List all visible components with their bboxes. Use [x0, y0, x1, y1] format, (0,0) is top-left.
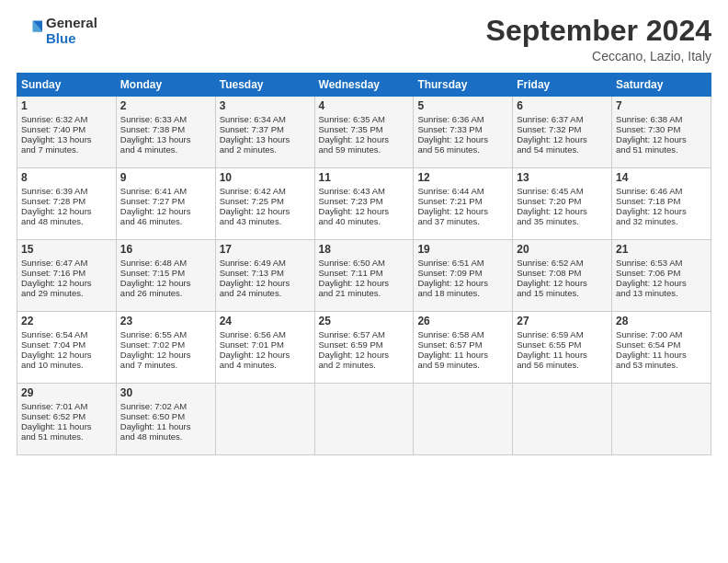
- cell-day: 10Sunrise: 6:42 AMSunset: 7:25 PMDayligh…: [215, 168, 314, 240]
- cell-line: Sunrise: 7:00 AM: [616, 329, 707, 339]
- cell-line: Sunrise: 7:02 AM: [120, 401, 211, 411]
- cell-line: Daylight: 12 hours: [417, 206, 508, 216]
- col-wednesday: Wednesday: [314, 74, 414, 97]
- cell-line: Sunset: 7:01 PM: [220, 339, 311, 350]
- cell-line: and 4 minutes.: [120, 144, 211, 155]
- cell-line: Sunrise: 6:53 AM: [616, 258, 707, 268]
- cell-line: Sunset: 7:18 PM: [616, 196, 707, 206]
- cell-line: Sunrise: 6:48 AM: [120, 258, 211, 268]
- cell-day: 11Sunrise: 6:43 AMSunset: 7:23 PMDayligh…: [314, 168, 414, 240]
- cell-line: and 40 minutes.: [319, 216, 410, 226]
- cell-line: and 4 minutes.: [220, 360, 311, 370]
- cell-day: 23Sunrise: 6:55 AMSunset: 7:02 PMDayligh…: [116, 312, 215, 384]
- cell-day: 9Sunrise: 6:41 AMSunset: 7:27 PMDaylight…: [116, 168, 215, 240]
- cell-line: Sunrise: 6:37 AM: [517, 114, 608, 124]
- cell-line: Daylight: 11 hours: [21, 421, 112, 431]
- cell-line: Daylight: 12 hours: [517, 134, 608, 144]
- cell-line: and 35 minutes.: [517, 216, 608, 226]
- day-number: 3: [220, 99, 311, 112]
- day-number: 23: [120, 315, 211, 327]
- day-number: 11: [319, 171, 410, 184]
- day-number: 12: [417, 171, 508, 184]
- cell-line: Sunset: 7:06 PM: [616, 268, 707, 278]
- cell-line: Sunrise: 7:01 AM: [21, 401, 112, 411]
- cell-day: 26Sunrise: 6:58 AMSunset: 6:57 PMDayligh…: [414, 312, 513, 384]
- day-number: 1: [21, 99, 112, 112]
- cell-line: Daylight: 12 hours: [21, 206, 112, 216]
- cell-day: 19Sunrise: 6:51 AMSunset: 7:09 PMDayligh…: [414, 240, 513, 312]
- cell-line: Sunset: 7:20 PM: [517, 196, 608, 206]
- cell-day: 1Sunrise: 6:32 AMSunset: 7:40 PMDaylight…: [17, 97, 117, 168]
- cell-line: Daylight: 12 hours: [517, 206, 608, 216]
- cell-line: Sunset: 7:11 PM: [319, 268, 410, 278]
- cell-line: Sunset: 6:57 PM: [417, 339, 508, 350]
- cell-line: Sunrise: 6:45 AM: [517, 186, 608, 196]
- month-title: September 2024: [486, 15, 711, 47]
- day-number: 30: [120, 386, 211, 399]
- week-row-1: 1Sunrise: 6:32 AMSunset: 7:40 PMDaylight…: [17, 97, 711, 168]
- cell-line: and 48 minutes.: [21, 216, 112, 226]
- day-number: 24: [220, 315, 311, 327]
- cell-line: Daylight: 13 hours: [120, 134, 211, 144]
- cell-line: and 56 minutes.: [517, 360, 608, 370]
- cell-day: 22Sunrise: 6:54 AMSunset: 7:04 PMDayligh…: [17, 312, 117, 384]
- day-number: 29: [21, 386, 112, 399]
- cell-line: and 59 minutes.: [319, 144, 410, 155]
- logo: General Blue: [17, 15, 97, 46]
- cell-day: [215, 384, 314, 455]
- cell-day: 30Sunrise: 7:02 AMSunset: 6:50 PMDayligh…: [116, 384, 215, 455]
- day-number: 15: [21, 243, 112, 256]
- day-number: 5: [417, 99, 508, 112]
- cell-line: Sunrise: 6:43 AM: [319, 186, 410, 196]
- cell-line: and 48 minutes.: [120, 431, 211, 442]
- cell-line: Sunrise: 6:34 AM: [220, 114, 311, 124]
- cell-day: 24Sunrise: 6:56 AMSunset: 7:01 PMDayligh…: [215, 312, 314, 384]
- cell-line: Daylight: 11 hours: [120, 421, 211, 431]
- day-number: 10: [220, 171, 311, 184]
- cell-line: Sunrise: 6:38 AM: [616, 114, 707, 124]
- cell-line: Daylight: 13 hours: [220, 134, 311, 144]
- cell-day: 27Sunrise: 6:59 AMSunset: 6:55 PMDayligh…: [513, 312, 612, 384]
- day-number: 27: [517, 315, 608, 327]
- cell-line: Sunrise: 6:32 AM: [21, 114, 112, 124]
- cell-line: Sunrise: 6:56 AM: [220, 329, 311, 339]
- cell-day: 2Sunrise: 6:33 AMSunset: 7:38 PMDaylight…: [116, 97, 215, 168]
- day-number: 20: [517, 243, 608, 256]
- cell-line: Sunrise: 6:50 AM: [319, 258, 410, 268]
- cell-line: and 51 minutes.: [616, 144, 707, 155]
- cell-day: 5Sunrise: 6:36 AMSunset: 7:33 PMDaylight…: [414, 97, 513, 168]
- cell-day: 20Sunrise: 6:52 AMSunset: 7:08 PMDayligh…: [513, 240, 612, 312]
- col-monday: Monday: [116, 74, 215, 97]
- week-row-4: 22Sunrise: 6:54 AMSunset: 7:04 PMDayligh…: [17, 312, 711, 384]
- cell-line: and 26 minutes.: [120, 288, 211, 298]
- cell-line: Daylight: 11 hours: [616, 350, 707, 360]
- cell-line: Sunrise: 6:41 AM: [120, 186, 211, 196]
- cell-day: 21Sunrise: 6:53 AMSunset: 7:06 PMDayligh…: [612, 240, 711, 312]
- cell-line: Sunrise: 6:42 AM: [220, 186, 311, 196]
- cell-line: Sunrise: 6:46 AM: [616, 186, 707, 196]
- cell-line: Daylight: 12 hours: [319, 278, 410, 288]
- cell-line: Daylight: 12 hours: [21, 278, 112, 288]
- day-number: 8: [21, 171, 112, 184]
- cell-day: 25Sunrise: 6:57 AMSunset: 6:59 PMDayligh…: [314, 312, 414, 384]
- cell-line: Daylight: 12 hours: [319, 206, 410, 216]
- cell-line: and 18 minutes.: [417, 288, 508, 298]
- cell-line: Sunset: 7:21 PM: [417, 196, 508, 206]
- cell-line: Sunrise: 6:36 AM: [417, 114, 508, 124]
- cell-line: Daylight: 12 hours: [319, 350, 410, 360]
- cell-line: and 13 minutes.: [616, 288, 707, 298]
- cell-line: and 32 minutes.: [616, 216, 707, 226]
- cell-line: and 46 minutes.: [120, 216, 211, 226]
- cell-line: and 2 minutes.: [319, 360, 410, 370]
- cell-line: Sunset: 7:30 PM: [616, 124, 707, 134]
- cell-line: Sunset: 7:04 PM: [21, 339, 112, 350]
- cell-day: 8Sunrise: 6:39 AMSunset: 7:28 PMDaylight…: [17, 168, 117, 240]
- cell-line: Sunset: 7:09 PM: [417, 268, 508, 278]
- page: General Blue September 2024 Ceccano, Laz…: [0, 0, 728, 563]
- cell-line: Sunrise: 6:44 AM: [417, 186, 508, 196]
- day-number: 21: [616, 243, 707, 256]
- cell-day: 14Sunrise: 6:46 AMSunset: 7:18 PMDayligh…: [612, 168, 711, 240]
- day-number: 18: [319, 243, 410, 256]
- cell-line: Daylight: 12 hours: [120, 278, 211, 288]
- day-number: 22: [21, 315, 112, 327]
